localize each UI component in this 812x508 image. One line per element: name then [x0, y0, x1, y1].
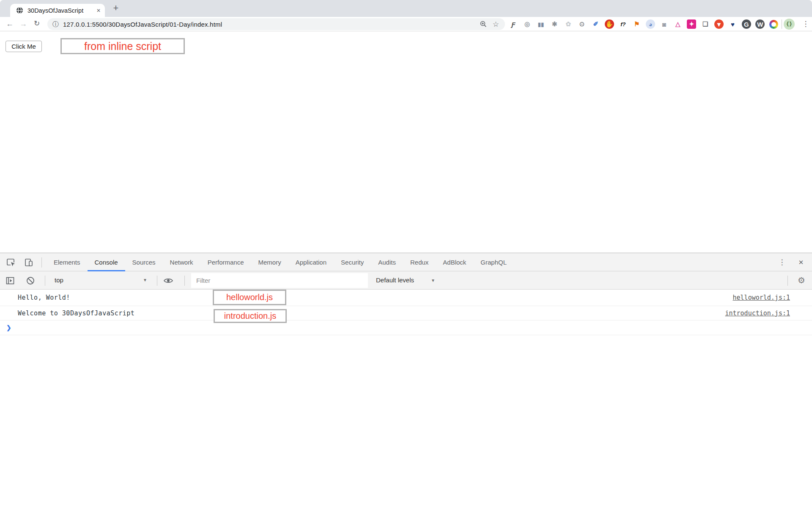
devtools-tab-sources[interactable]: Sources [125, 254, 163, 271]
devtools-tab-memory[interactable]: Memory [251, 254, 288, 271]
pink-gear-extension-icon[interactable]: ✦ [685, 19, 698, 29]
globe-favicon-icon [16, 7, 23, 14]
devtools-tabbar: ElementsConsoleSourcesNetworkPerformance… [0, 254, 812, 271]
browser-toolbar: ← → ↻ ⓘ 127.0.0.1:5500/30DaysOfJavaScrip… [0, 17, 812, 31]
chevron-down-icon[interactable]: ▼ [431, 272, 435, 290]
log-levels-dropdown[interactable]: Default levels [376, 271, 414, 289]
script-annotation-box: introduction.js [214, 309, 287, 323]
console-message-text: Hello, World! [18, 294, 70, 301]
console-message-text: Welcome to 30DaysOfJavaScript [18, 309, 134, 317]
script-annotation-box: helloworld.js [213, 290, 286, 305]
clear-console-icon[interactable] [25, 276, 36, 286]
red-shield-extension-icon[interactable]: ▼ [712, 19, 726, 29]
devtools-tab-security[interactable]: Security [334, 254, 371, 271]
g-circle-extension-icon[interactable]: G [740, 19, 753, 29]
megaphone-extension-icon[interactable]: ⚑ [630, 19, 644, 29]
bookmark-star-icon[interactable]: ☆ [493, 20, 499, 29]
site-info-icon[interactable]: ⓘ [52, 20, 59, 28]
toolbar-separator [782, 19, 782, 29]
fq-extension-icon[interactable]: f? [616, 19, 630, 29]
console-sidebar-toggle-icon[interactable] [5, 276, 15, 286]
devtools-close-icon[interactable]: ✕ [796, 254, 806, 271]
console-message-row: Hello, World! helloworld.js:1 [0, 290, 812, 306]
blue-globe-extension-icon[interactable]: ◕ [644, 19, 657, 29]
source-link[interactable]: introduction.js:1 [725, 309, 790, 317]
tampermonkey-extension-icon[interactable]: ❏ [698, 19, 712, 29]
camera-extension-icon[interactable]: ◙ [657, 19, 671, 29]
chrome-menu-icon[interactable]: ⋮ [802, 19, 809, 30]
live-expression-eye-icon[interactable] [163, 276, 173, 286]
console-messages: Hello, World! helloworld.js:1 Welcome to… [0, 290, 812, 335]
source-link[interactable]: helloworld.js:1 [733, 294, 790, 301]
console-message-row: Welcome to 30DaysOfJavaScript introducti… [0, 306, 812, 320]
devtools-tab-console[interactable]: Console [88, 254, 125, 271]
devtools-menu-icon[interactable]: ⋮ [777, 254, 787, 271]
devtools-tab-performance[interactable]: Performance [200, 254, 251, 271]
context-selector[interactable]: top [55, 271, 63, 289]
zoom-icon[interactable] [480, 21, 487, 28]
devtools-tab-elements[interactable]: Elements [47, 254, 88, 271]
devtools-separator [41, 257, 42, 268]
devtools-tab-redux[interactable]: Redux [403, 254, 436, 271]
color-wheel-extension-icon[interactable] [767, 19, 780, 29]
devtools-tabs: ElementsConsoleSourcesNetworkPerformance… [47, 254, 514, 271]
device-toolbar-icon[interactable] [24, 257, 34, 268]
devtools-tab-application[interactable]: Application [288, 254, 334, 271]
new-tab-button[interactable]: + [110, 3, 122, 14]
profile-avatar[interactable]: {} [784, 19, 795, 30]
console-prompt-row[interactable]: ❯ [0, 320, 812, 335]
tab-strip: 30DaysOfJavaScript ✕ + [0, 0, 812, 17]
parentheses-extension-icon[interactable]: ⊙ [575, 19, 589, 29]
tab-title: 30DaysOfJavaScript [27, 7, 96, 14]
devtools-tab-graphql[interactable]: GraphQL [473, 254, 514, 271]
close-tab-icon[interactable]: ✕ [96, 8, 101, 14]
browser-window: 30DaysOfJavaScript ✕ + ← → ↻ ⓘ 127.0.0.1… [0, 0, 812, 508]
devtools-panel: ElementsConsoleSourcesNetworkPerformance… [0, 253, 812, 508]
inspect-element-icon[interactable] [6, 257, 16, 268]
page-content: Click Me from inline script [0, 32, 812, 253]
bug-extension-icon[interactable]: ✱ [548, 19, 561, 29]
console-settings-gear-icon[interactable]: ⚙ [795, 271, 808, 289]
devtools-tab-network[interactable]: Network [163, 254, 200, 271]
url-bar[interactable]: ⓘ 127.0.0.1:5500/30DaysOfJavaScript/01-D… [47, 18, 505, 30]
devtools-tab-adblock[interactable]: AdBlock [436, 254, 473, 271]
eyedropper-extension-icon[interactable]: ✐ [589, 19, 602, 29]
hand-blocker-extension-icon[interactable]: ✋ [603, 19, 616, 29]
reload-icon[interactable]: ↻ [31, 18, 42, 29]
chevron-down-icon[interactable]: ▼ [143, 271, 147, 289]
forward-icon[interactable]: → [18, 18, 29, 29]
console-toolbar: top ▼ Default levels ▼ ⚙ [0, 271, 812, 290]
fontface-extension-icon[interactable]: Ƒ [507, 19, 520, 29]
spiral-extension-icon[interactable]: ◎ [520, 19, 534, 29]
flower-extension-icon[interactable]: ✿ [562, 19, 575, 29]
extensions-row: Ƒ◎▮▮✱✿⊙✐✋f?⚑◕◙△✦❏▼♥GW [507, 17, 781, 31]
pink-triangle-extension-icon[interactable]: △ [671, 19, 685, 29]
url-text[interactable]: 127.0.0.1:5500/30DaysOfJavaScript/01-Day… [63, 21, 480, 28]
inline-script-annotation: from inline script [60, 38, 185, 54]
heart-search-extension-icon[interactable]: ♥ [726, 19, 739, 29]
w-circle-extension-icon[interactable]: W [753, 19, 767, 29]
click-me-button[interactable]: Click Me [5, 41, 42, 52]
devtools-tab-audits[interactable]: Audits [371, 254, 403, 271]
panels-extension-icon[interactable]: ▮▮ [534, 19, 548, 29]
browser-tab[interactable]: 30DaysOfJavaScript ✕ [10, 4, 105, 17]
console-prompt-chevron-icon: ❯ [6, 324, 11, 331]
console-toolbar-separator [157, 276, 157, 286]
console-toolbar-separator [45, 276, 45, 286]
filter-input[interactable] [191, 273, 368, 288]
console-toolbar-separator [184, 276, 185, 286]
back-icon[interactable]: ← [4, 18, 15, 29]
console-toolbar-separator [787, 276, 788, 286]
